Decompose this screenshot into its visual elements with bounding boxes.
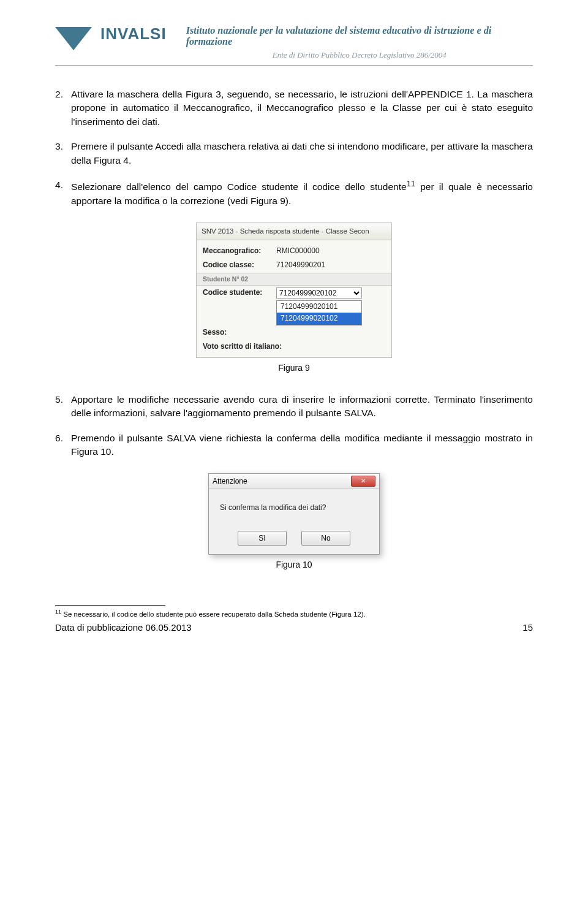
- figure-10-dialog: Attenzione ✕ Si conferma la modifica dei…: [208, 473, 380, 554]
- step-3: Premere il pulsante Accedi alla maschera…: [55, 140, 533, 167]
- footnote-11: 11 Se necessario, il codice dello studen…: [55, 608, 533, 620]
- fig9-sesso-label: Sesso:: [203, 327, 276, 338]
- logo-triangle-icon: [55, 27, 92, 50]
- fig9-codstud-select[interactable]: 71204999020102: [276, 287, 362, 299]
- no-button[interactable]: No: [301, 531, 350, 546]
- step-5: Apportare le modifiche necessarie avendo…: [55, 393, 533, 420]
- fig9-voto-label: Voto scritto di italiano:: [203, 341, 295, 352]
- document-body: Attivare la maschera della Figura 3, seg…: [55, 88, 533, 634]
- yes-button[interactable]: Sì: [238, 531, 287, 546]
- logo-text: INVALSI: [100, 25, 167, 44]
- fig9-classe-label: Codice classe:: [203, 260, 276, 270]
- institution-subtitle: Ente di Diritto Pubblico Decreto Legisla…: [186, 50, 533, 60]
- publication-date: Data di pubblicazione 06.05.2013: [55, 621, 192, 634]
- fig9-mecc-label: Meccanografico:: [203, 246, 276, 256]
- figure-10-caption: Figura 10: [55, 558, 533, 571]
- step-6: Premendo il pulsante SALVA viene richies…: [55, 432, 533, 459]
- fig9-student-group: Studente N° 02: [197, 273, 391, 286]
- step-2: Attivare la maschera della Figura 3, seg…: [55, 88, 533, 129]
- fig9-option-1[interactable]: 71204999020101: [277, 301, 361, 313]
- fig9-classe-value: 712049990201: [276, 260, 325, 270]
- institution-name: Istituto nazionale per la valutazione de…: [186, 26, 533, 48]
- fig9-codstud-label: Codice studente:: [203, 287, 276, 298]
- footnote-ref-11: 11: [407, 179, 415, 188]
- fig9-dropdown-open[interactable]: 71204999020101 71204999020102: [276, 300, 362, 325]
- figure-9-screenshot: SNV 2013 - Scheda risposta studente - Cl…: [196, 223, 392, 358]
- figure-9-caption: Figura 9: [55, 362, 533, 374]
- fig9-mecc-value: RMIC000000: [276, 246, 320, 256]
- header-divider: [55, 65, 533, 66]
- fig10-message: Si conferma la modifica dei dati?: [209, 489, 379, 527]
- fig9-titlebar: SNV 2013 - Scheda risposta studente - Cl…: [197, 223, 391, 240]
- close-icon[interactable]: ✕: [351, 476, 375, 487]
- document-header: INVALSI Istituto nazionale per la valuta…: [55, 25, 533, 60]
- page-number: 15: [522, 621, 533, 634]
- fig9-option-2[interactable]: 71204999020102: [277, 313, 361, 324]
- step-4: Selezionare dall'elenco del campo Codice…: [55, 178, 533, 208]
- fig10-title: Attenzione: [213, 476, 247, 487]
- footnote-separator: [55, 605, 165, 606]
